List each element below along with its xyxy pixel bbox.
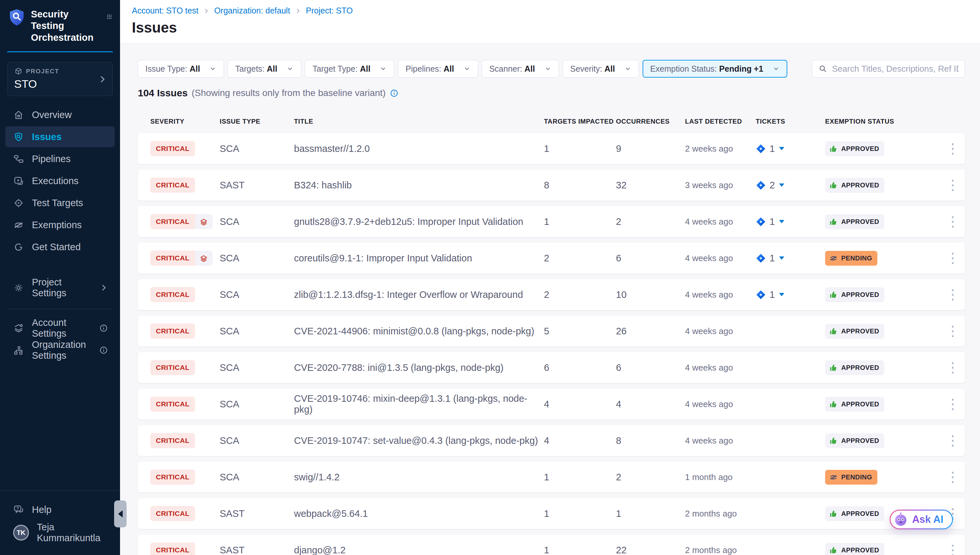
search-input[interactable] (832, 64, 959, 74)
sidebar-item-executions[interactable]: Executions (5, 170, 115, 191)
info-icon[interactable] (99, 324, 108, 333)
row-menu-button[interactable]: ⋮ (944, 361, 960, 374)
caret-down-icon[interactable] (778, 255, 785, 261)
help-button[interactable]: ? Help (5, 499, 115, 520)
gear-icon (13, 282, 24, 293)
issue-type-cell: SAST (220, 545, 294, 555)
sidebar-item-get-started[interactable]: Get Started (5, 236, 115, 257)
filter-targets[interactable]: Targets:All (228, 60, 301, 78)
sidebar-footer: ? Help TK Teja Kummarikuntla (0, 490, 120, 555)
user-profile[interactable]: TK Teja Kummarikuntla (5, 521, 115, 544)
info-icon[interactable] (99, 346, 108, 355)
table-row[interactable]: CRITICAL SCA CVE-2019-10746: mixin-deep@… (138, 389, 965, 420)
filter-issue-type[interactable]: Issue Type:All (138, 60, 224, 78)
filter-exemption-status[interactable]: Exemption Status:Pending +1 (643, 60, 787, 78)
exemption-badge: APPROVED (825, 324, 884, 338)
row-menu-button[interactable]: ⋮ (944, 178, 960, 192)
exemption-badge: APPROVED (825, 141, 884, 156)
targets-impacted-cell: 2 (544, 253, 616, 264)
sidebar-item-project-settings[interactable]: Project Settings (5, 277, 115, 298)
caret-down-icon[interactable] (778, 292, 785, 297)
executions-icon (13, 176, 24, 186)
sidebar-item-organization-settings[interactable]: Organization Settings (5, 340, 115, 361)
sidebar-divider (7, 309, 113, 309)
avatar[interactable]: TK (13, 525, 29, 541)
shield-search-icon (13, 132, 24, 142)
table-row[interactable]: CRITICAL SCA CVE-2020-7788: ini@1.3.5 (l… (138, 352, 965, 383)
filter-target-type[interactable]: Target Type:All (305, 60, 394, 78)
account-settings-icon (13, 323, 24, 334)
eye-off-icon (829, 254, 838, 263)
table-row[interactable]: CRITICAL SAST B324: hashlib 8 32 3 weeks… (138, 170, 965, 201)
severity-badge: CRITICAL (150, 287, 195, 302)
col-exemption-status: EXEMPTION STATUS (825, 118, 944, 125)
table-row[interactable]: CRITICAL SCA CVE-2019-10747: set-value@0… (138, 425, 965, 456)
sidebar-item-pipelines[interactable]: Pipelines (5, 148, 115, 169)
issue-title-cell: CVE-2019-10746: mixin-deep@1.3.1 (lang-p… (294, 393, 544, 415)
breadcrumb-project[interactable]: Project: STO (306, 6, 353, 16)
severity-label: CRITICAL (150, 214, 195, 229)
occurrences-cell: 22 (616, 545, 685, 555)
info-icon[interactable] (390, 89, 399, 98)
row-menu-button[interactable]: ⋮ (944, 470, 960, 484)
sidebar-nav: Overview Issues Pipelines Executions Tes… (0, 104, 120, 361)
sidebar-item-exemptions[interactable]: Exemptions (5, 214, 115, 236)
filter-scanner[interactable]: Scanner:All (482, 60, 559, 78)
caret-down-icon[interactable] (778, 183, 785, 188)
sidebar-collapse-handle[interactable] (114, 500, 127, 528)
tickets-cell: 2 (756, 180, 825, 191)
ticket-group[interactable]: 2 (756, 180, 825, 191)
severity-label: CRITICAL (150, 141, 195, 156)
exemption-badge: APPROVED (825, 397, 884, 412)
table-row[interactable]: CRITICAL SAST webpack@5.64.1 1 1 2 month… (138, 498, 965, 529)
table-row[interactable]: CRITICAL SAST django@1.2 1 22 2 months a… (138, 535, 965, 555)
caret-down-icon[interactable] (778, 146, 785, 151)
table-row[interactable]: CRITICAL SCA gnutls28@3.7.9-2+deb12u5: I… (138, 206, 965, 237)
row-menu-button[interactable]: ⋮ (944, 434, 960, 448)
main-content: Account: STO test Organization: default … (120, 0, 980, 555)
ticket-group[interactable]: 1 (756, 217, 825, 227)
row-menu-button[interactable]: ⋮ (944, 324, 960, 338)
breadcrumb-organization[interactable]: Organization: default (214, 6, 290, 16)
exemption-label: APPROVED (841, 181, 879, 189)
sidebar-item-issues[interactable]: Issues (5, 126, 115, 147)
sidebar-item-account-settings[interactable]: Account Settings (5, 318, 115, 338)
row-menu-button[interactable]: ⋮ (944, 142, 960, 156)
table-row[interactable]: CRITICAL SCA coreutils@9.1-1: Improper I… (138, 243, 965, 274)
severity-label: CRITICAL (150, 250, 195, 266)
sidebar-item-overview[interactable]: Overview (5, 104, 115, 125)
project-name: STO (14, 78, 106, 90)
breadcrumb-account[interactable]: Account: STO test (132, 6, 198, 16)
row-menu-button[interactable]: ⋮ (944, 543, 960, 555)
exemption-badge: APPROVED (825, 543, 884, 555)
table-row[interactable]: CRITICAL SCA zlib@1:1.2.13.dfsg-1: Integ… (138, 279, 965, 310)
module-grid-icon[interactable] (107, 11, 112, 22)
col-tickets: TICKETS (756, 118, 825, 125)
ticket-group[interactable]: 1 (756, 253, 825, 264)
ticket-group[interactable]: 1 (756, 289, 825, 300)
exemption-label: APPROVED (841, 510, 879, 518)
filter-severity[interactable]: Severity:All (563, 60, 639, 78)
occurrences-cell: 4 (616, 399, 685, 410)
table-row[interactable]: CRITICAL SCA bassmaster//1.2.0 1 9 2 wee… (138, 133, 965, 164)
caret-down-icon[interactable] (778, 219, 785, 224)
jira-icon (756, 144, 766, 154)
sidebar-item-test-targets[interactable]: Test Targets (5, 192, 115, 213)
ticket-group[interactable]: 1 (756, 143, 825, 154)
project-selector[interactable]: PROJECT STO (7, 62, 113, 96)
severity-cell: CRITICAL (150, 433, 220, 448)
exemption-status-cell: APPROVED (825, 397, 944, 412)
row-menu-button[interactable]: ⋮ (944, 397, 960, 411)
table-row[interactable]: CRITICAL SCA CVE-2021-44906: minimist@0.… (138, 316, 965, 346)
row-menu-button[interactable]: ⋮ (944, 288, 960, 302)
issues-count: 104 Issues (138, 87, 188, 99)
collapse-left-arrow-icon (118, 510, 123, 518)
filter-pipelines[interactable]: Pipelines:All (398, 60, 478, 78)
table-row[interactable]: CRITICAL SCA swig//1.4.2 1 2 1 month ago… (138, 462, 965, 492)
row-menu-button[interactable]: ⋮ (944, 215, 960, 228)
ask-ai-button[interactable]: Ask AI (890, 510, 953, 529)
severity-cell: CRITICAL (150, 470, 220, 484)
last-detected-cell: 2 months ago (685, 545, 756, 555)
issues-page: Issue Type:All Targets:All Target Type:A… (120, 43, 980, 555)
row-menu-button[interactable]: ⋮ (944, 251, 960, 265)
